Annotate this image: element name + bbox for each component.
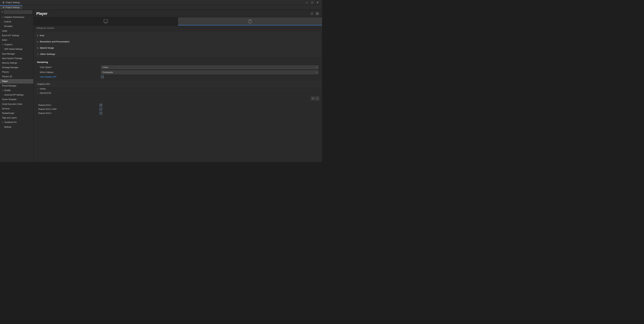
sidebar-item-simulator[interactable]: Simulator — [0, 24, 34, 29]
section-header-resolution[interactable]: ▶ Resolution and Presentation — [35, 39, 321, 45]
sidebar-item-label: Tags and Layers — [2, 116, 17, 119]
svg-point-13 — [250, 22, 250, 23]
subsection-rendering-title: Rendering — [37, 61, 318, 64]
require-es32-checkbox[interactable] — [100, 112, 102, 115]
sidebar-item-label: Quality — [4, 89, 10, 92]
section-header-icon[interactable]: ▶ Icon — [35, 33, 321, 38]
close-button[interactable]: ✕ — [315, 1, 320, 4]
field-row-require-es32: Require ES3.2 — [36, 111, 320, 115]
tab-icon: ⚙ — [3, 6, 4, 9]
sidebar-item-shader-graph[interactable]: ShaderGraph — [0, 111, 34, 116]
sidebar-item-quality[interactable]: Quality — [0, 88, 34, 93]
sidebar-item-preset-manager[interactable]: Preset Manager — [0, 84, 34, 88]
graphics-apis-header: Graphics APIs — [35, 82, 320, 87]
svg-point-18 — [250, 19, 251, 20]
svg-rect-8 — [104, 20, 108, 22]
sidebar-item-label: Package Manager — [2, 66, 18, 69]
titlebar-title: Project Settings — [6, 1, 20, 4]
api-name-vulkan: Vulkan — [40, 88, 46, 90]
sidebar-item-label: Input System Package — [2, 57, 22, 60]
layout-button[interactable] — [315, 12, 319, 16]
sidebar-item-memory-settings[interactable]: Memory Settings — [0, 61, 34, 65]
field-row-require-es31: Require ES3.1 — [36, 103, 320, 107]
sidebar-item-label: Settings — [4, 126, 11, 129]
content-area: Player ? — [34, 10, 322, 162]
minimize-button[interactable]: — — [304, 1, 309, 4]
sidebar-item-input-manager[interactable]: Input Manager — [0, 52, 34, 56]
sidebar-item-label: Physics 2D — [2, 75, 12, 78]
settings-for-label: Settings for Android — [34, 26, 322, 31]
sidebar-item-tags-layers[interactable]: Tags and Layers — [0, 116, 34, 120]
sidebar-item-scene-template[interactable]: Scene Template — [0, 97, 34, 102]
titlebar-left: ⚙ Project Settings — [2, 1, 20, 4]
sidebar-item-textmesh-pro[interactable]: TextMesh Pro — [0, 120, 34, 125]
sidebar-item-physics[interactable]: Physics — [0, 70, 34, 74]
sidebar-item-burst-aot[interactable]: Burst AOT Settings — [0, 33, 34, 38]
tabbar: ⚙ Project Settings — [0, 5, 322, 10]
section-arrow-resolution: ▶ — [37, 41, 38, 43]
svg-point-17 — [249, 19, 250, 20]
sidebar-item-services[interactable]: Services — [0, 107, 34, 111]
sidebar-item-input-system[interactable]: Input System Package — [0, 56, 34, 61]
titlebar: ⚙ Project Settings — ☐ ✕ — [0, 0, 322, 5]
sidebar-item-audio[interactable]: Audio — [0, 29, 34, 33]
auto-graphics-value — [101, 76, 318, 78]
sidebar: Adaptive Performance Android Simulator A… — [0, 10, 34, 162]
color-space-dropdown[interactable]: Linear Gamma — [101, 66, 318, 69]
sidebar-item-label: Memory Settings — [2, 61, 17, 65]
svg-point-0 — [2, 11, 3, 13]
require-es31-aep-checkbox[interactable] — [100, 108, 102, 111]
sidebar-item-android[interactable]: Android — [0, 20, 34, 24]
sidebar-item-label: URP Global Settings — [4, 48, 22, 51]
section-arrow-other: ▼ — [37, 53, 39, 55]
platform-tab-android[interactable] — [178, 17, 322, 26]
sidebar-item-script-execution[interactable]: Script Execution Order — [0, 102, 34, 107]
svg-line-1 — [3, 12, 3, 13]
sidebar-item-label: Services — [2, 107, 10, 110]
project-settings-tab[interactable]: ⚙ Project Settings — [0, 5, 22, 9]
sidebar-item-editor[interactable]: Editor — [0, 38, 34, 42]
auto-graphics-label[interactable]: Auto Graphics API — [37, 76, 101, 78]
platform-tab-desktop[interactable] — [34, 17, 178, 26]
arrow-icon — [2, 121, 4, 124]
sidebar-item-label: Burst AOT Settings — [2, 34, 19, 37]
svg-text:?: ? — [312, 13, 312, 15]
sidebar-item-label: Android — [4, 20, 11, 23]
require-es31-checkbox[interactable] — [100, 104, 102, 107]
sidebar-item-player[interactable]: Player — [0, 79, 34, 84]
sidebar-item-graphics[interactable]: Graphics — [0, 42, 34, 47]
sidebar-item-label: Physics — [2, 71, 9, 74]
field-row-require-es31-aep: Require ES3.1+AEP — [36, 107, 320, 111]
sidebar-item-package-manager[interactable]: Package Manager — [0, 65, 34, 70]
arrow-icon — [2, 16, 4, 19]
svg-rect-6 — [316, 14, 317, 15]
maximize-button[interactable]: ☐ — [310, 1, 314, 4]
search-input[interactable] — [4, 11, 32, 14]
msaa-fallback-dropdown[interactable]: Downgrade Ignore — [101, 71, 318, 74]
section-header-other[interactable]: ▼ Other Settings — [35, 51, 321, 57]
drag-handle-icon: ≡ — [37, 92, 38, 94]
svg-rect-5 — [318, 13, 318, 14]
settings-body: ▶ Icon ▶ Resolution and Presentation ▶ S… — [34, 31, 322, 118]
field-row-auto-graphics: Auto Graphics API — [37, 75, 318, 79]
help-button[interactable]: ? — [310, 12, 314, 16]
section-title-resolution: Resolution and Presentation — [40, 40, 70, 43]
sidebar-item-tm-settings[interactable]: Settings — [0, 125, 34, 129]
sidebar-item-label: Simulator — [4, 25, 12, 28]
section-arrow-icon: ▶ — [37, 35, 38, 36]
section-header-splash[interactable]: ▶ Splash Image — [35, 45, 321, 51]
sidebar-item-physics-2d[interactable]: Physics 2D — [0, 74, 34, 79]
app-icon: ⚙ — [2, 1, 5, 4]
sidebar-item-urp-global[interactable]: URP Global Settings — [0, 47, 34, 52]
sidebar-item-adaptive-performance[interactable]: Adaptive Performance — [0, 15, 34, 20]
msaa-fallback-value: Downgrade Ignore ▼ — [101, 71, 318, 74]
tab-label: Project Settings — [6, 6, 20, 9]
auto-graphics-checkbox[interactable] — [101, 76, 104, 78]
add-api-button[interactable]: + — [311, 97, 315, 100]
graphics-api-opengles3[interactable]: ≡ OpenGLES3 — [35, 91, 320, 95]
remove-api-button[interactable]: − — [316, 97, 319, 100]
msaa-fallback-dropdown-wrapper: Downgrade Ignore ▼ — [101, 71, 318, 74]
color-space-label: Color Space* — [37, 66, 101, 69]
sidebar-item-universal-rp[interactable]: Universal RP Settings — [0, 93, 34, 97]
graphics-api-vulkan[interactable]: ≡ Vulkan — [35, 87, 320, 91]
